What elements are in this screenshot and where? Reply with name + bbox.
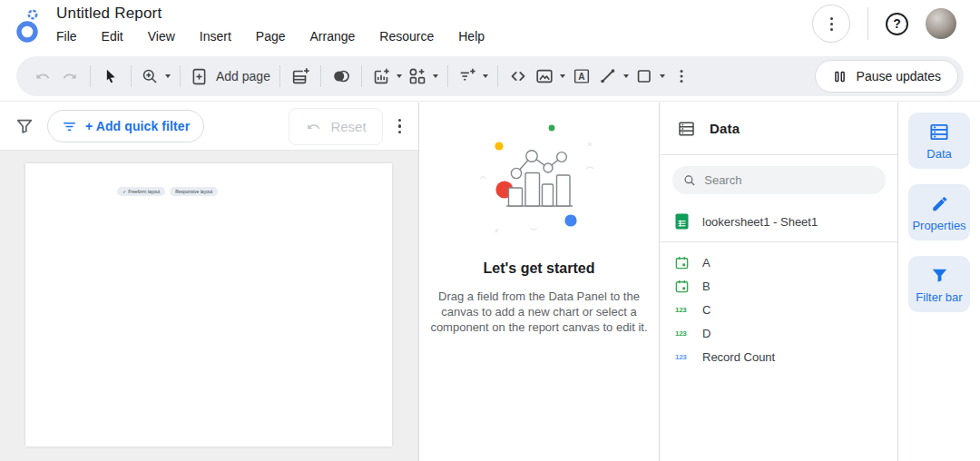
menu-help[interactable]: Help [458, 29, 485, 44]
add-chart-caret-icon [397, 74, 402, 78]
data-source-name: lookersheet1 - Sheet1 [702, 215, 818, 229]
menubar: File Edit View Insert Page Arrange Resou… [56, 29, 485, 44]
add-page-button[interactable]: Add page [187, 61, 273, 92]
menu-edit[interactable]: Edit [102, 29, 123, 44]
field-row-record-count[interactable]: 123 Record Count [660, 345, 897, 368]
data-table-icon [677, 120, 696, 138]
toolbar: Add page [16, 56, 964, 96]
title-block: Untitled Report File Edit View Insert Pa… [56, 0, 485, 44]
field-row-c[interactable]: 123 C [660, 298, 897, 321]
menu-arrange[interactable]: Arrange [310, 29, 356, 44]
undo-button[interactable] [29, 61, 56, 92]
add-data-button[interactable] [287, 61, 314, 92]
freeform-layout-chip[interactable]: ✓Freeform layout [117, 187, 165, 196]
data-rows-icon [928, 122, 950, 142]
field-row-a[interactable]: A [660, 250, 897, 274]
svg-text:A: A [578, 72, 585, 82]
header-right-controls: ? [812, 2, 980, 45]
toolbar-more-button[interactable] [668, 61, 695, 92]
report-title[interactable]: Untitled Report [56, 5, 485, 23]
add-page-label: Add page [216, 69, 270, 83]
empty-state-panel: Let's get started Drag a field from the … [419, 103, 660, 461]
add-control-button[interactable] [455, 61, 491, 92]
empty-state-body: Drag a field from the Data Panel to the … [429, 289, 649, 335]
embed-url-button[interactable] [505, 61, 532, 92]
add-control-caret-icon [483, 74, 488, 78]
responsive-layout-chip[interactable]: Responsive layout [170, 187, 218, 196]
menu-page[interactable]: Page [256, 29, 286, 44]
pencil-icon [929, 193, 950, 214]
user-avatar[interactable] [926, 8, 956, 39]
pause-icon [832, 69, 848, 84]
funnel-icon [929, 265, 950, 286]
data-panel-header: Data [660, 103, 897, 155]
menu-file[interactable]: File [56, 29, 77, 44]
number-field-icon: 123 [675, 306, 694, 314]
filter-funnel-icon [15, 116, 34, 136]
toolbar-row: Add page [0, 51, 980, 102]
zoom-button[interactable] [138, 61, 173, 92]
line-caret-icon [623, 74, 629, 78]
date-field-icon [675, 280, 694, 293]
add-quick-filter-label: + Add quick filter [85, 119, 190, 133]
data-source-row[interactable]: lookersheet1 - Sheet1 [660, 203, 897, 242]
number-field-icon: 123 [675, 329, 694, 338]
check-icon: ✓ [122, 190, 126, 194]
community-visualizations-button[interactable] [405, 61, 441, 92]
left-panel: + Add quick filter Reset ✓Freeform layou… [0, 103, 419, 461]
search-input[interactable] [704, 173, 875, 187]
field-list: A B 123 C 123 [660, 242, 897, 368]
quick-filter-more-button[interactable] [395, 115, 405, 138]
image-caret-icon [560, 74, 565, 78]
chart-illustration [453, 117, 625, 246]
search-box[interactable] [672, 166, 886, 194]
line-button[interactable] [595, 61, 632, 92]
right-rail: Data Properties Filter bar [898, 103, 980, 461]
google-sheets-icon [675, 213, 689, 230]
reset-label: Reset [330, 119, 366, 134]
image-button[interactable] [532, 61, 568, 92]
shape-button[interactable] [632, 61, 668, 92]
rail-filter-bar-button[interactable]: Filter bar [908, 256, 970, 312]
text-button[interactable]: A [568, 61, 595, 92]
pause-updates-label: Pause updates [857, 69, 941, 83]
search-icon [683, 173, 696, 188]
shape-caret-icon [660, 74, 665, 78]
menu-insert[interactable]: Insert [200, 29, 231, 44]
layout-chips: ✓Freeform layout Responsive layout [117, 187, 218, 196]
pause-updates-button[interactable]: Pause updates [815, 60, 958, 93]
community-viz-caret-icon [433, 74, 438, 78]
report-canvas[interactable]: ✓Freeform layout Responsive layout [0, 151, 418, 461]
report-page[interactable]: ✓Freeform layout Responsive layout [25, 163, 392, 446]
add-chart-button[interactable] [368, 61, 405, 92]
filter-lines-icon [62, 119, 77, 134]
quick-filter-bar: + Add quick filter Reset [0, 103, 418, 151]
header-divider [867, 7, 868, 40]
blend-data-button[interactable] [328, 61, 355, 92]
more-options-button[interactable] [812, 5, 850, 43]
content-area: + Add quick filter Reset ✓Freeform layou… [0, 103, 980, 461]
app-header: Untitled Report File Edit View Insert Pa… [0, 0, 980, 51]
looker-studio-logo[interactable] [0, 0, 56, 47]
rail-properties-button[interactable]: Properties [908, 184, 970, 240]
field-row-d[interactable]: 123 D [660, 321, 897, 345]
date-field-icon [675, 256, 694, 270]
data-panel: Data lookersheet1 - Sheet1 [660, 103, 898, 461]
redo-button[interactable] [56, 61, 83, 92]
menu-view[interactable]: View [148, 29, 175, 44]
looker-studio-app: Untitled Report File Edit View Insert Pa… [0, 0, 980, 461]
reset-undo-icon [305, 118, 322, 135]
reset-button[interactable]: Reset [289, 108, 382, 145]
menu-resource[interactable]: Resource [379, 29, 434, 44]
data-panel-title: Data [710, 121, 740, 136]
add-quick-filter-button[interactable]: + Add quick filter [47, 110, 204, 142]
help-icon[interactable]: ? [886, 13, 908, 35]
metric-number-icon: 123 [675, 353, 694, 361]
select-cursor-button[interactable] [97, 61, 124, 92]
empty-state-title: Let's get started [484, 260, 595, 277]
looker-studio-logo-icon [10, 5, 46, 47]
rail-data-button[interactable]: Data [908, 113, 970, 169]
field-row-b[interactable]: B [660, 274, 897, 298]
zoom-caret-icon [165, 74, 171, 78]
